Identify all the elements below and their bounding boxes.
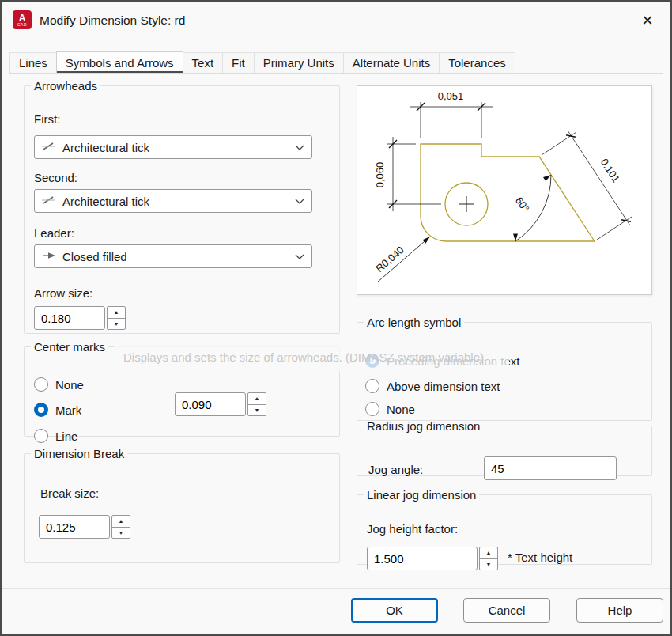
arrow-size-stepper [34,306,126,330]
cancel-button[interactable]: Cancel [463,598,550,623]
footer-separator [2,588,670,589]
architectural-tick-icon [42,141,56,154]
break-size-input[interactable] [39,515,110,539]
dim-label-angle: 60° [513,195,532,214]
spin-up-icon[interactable] [480,547,497,559]
spin-down-icon[interactable] [112,528,130,539]
titlebar[interactable]: A CAD Modify Dimension Style: rd ✕ [2,2,670,40]
radius-jog-legend: Radius jog dimension [364,419,483,433]
radio-circle-selected [365,354,379,368]
jog-height-factor-input[interactable] [367,547,478,570]
dim-label-diagonal: 0,101 [598,157,622,184]
text-height-note: * Text height [508,551,572,564]
dimension-break-legend: Dimension Break [31,447,127,460]
chevron-down-icon [295,145,304,150]
second-arrowhead-dropdown[interactable]: Architectural tick [34,189,312,213]
arc-length-symbol-group: Arc length symbol Preceding dimension te… [357,316,652,421]
first-arrowhead-dropdown[interactable]: Architectural tick [34,135,312,159]
radio-arc-preceding[interactable]: Preceding dimension text [365,354,519,368]
spin-up-icon[interactable] [248,393,266,405]
dimension-break-group: Dimension Break Break size: [24,447,340,563]
arrowheads-group: Arrowheads First: Architectural tick Sec… [24,79,340,334]
window-title: Modify Dimension Style: rd [40,2,185,40]
chevron-down-icon [295,254,304,259]
arrow-size-label: Arrow size: [34,286,92,300]
spin-down-icon[interactable] [108,319,125,330]
arrowheads-legend: Arrowheads [31,79,100,93]
jog-height-spin-buttons [479,547,498,570]
radio-arc-above[interactable]: Above dimension text [365,379,500,393]
leader-dropdown[interactable]: Closed filled [34,244,312,268]
tab-symbols-and-arrows[interactable]: Symbols and Arrows [56,51,183,73]
preview-drawing: 0,051 0,060 0,101 60° R0,040 [357,86,651,294]
tab-fit[interactable]: Fit [222,52,255,73]
tab-alternate-units[interactable]: Alternate Units [343,52,440,73]
dim-label-radius: R0,040 [373,244,406,274]
dimension-style-preview: 0,051 0,060 0,101 60° R0,040 [357,85,652,295]
tab-primary-units[interactable]: Primary Units [254,52,344,73]
radio-center-mark[interactable]: Mark [34,403,81,417]
leader-value: Closed filled [62,250,127,263]
radio-center-line[interactable]: Line [34,429,77,443]
second-arrowhead-value: Architectural tick [62,195,149,208]
center-mark-size-spin-buttons [247,392,266,416]
arrow-size-input[interactable] [34,306,105,330]
closed-filled-arrow-icon [42,250,56,263]
modify-dimension-style-dialog: A CAD Modify Dimension Style: rd ✕ Lines… [0,0,672,636]
chevron-down-icon [295,199,304,204]
tab-tolerances[interactable]: Tolerances [439,52,515,73]
second-arrowhead-label: Second: [34,171,77,184]
arc-length-symbol-legend: Arc length symbol [364,316,464,329]
autocad-app-icon: A CAD [13,10,32,29]
radio-arc-none-label: None [387,403,415,416]
radio-arc-preceding-label: Preceding dimension text [387,354,519,368]
dim-label-left: 0,060 [374,162,386,188]
linear-jog-dimension-group: Linear jog dimension Jog height factor: … [357,488,652,565]
spin-down-icon[interactable] [480,559,497,570]
radius-jog-dimension-group: Radius jog dimension Jog angle: [357,419,652,476]
help-button[interactable]: Help [576,598,663,623]
center-mark-size-stepper [175,392,266,416]
first-arrowhead-value: Architectural tick [62,141,149,154]
close-icon[interactable]: ✕ [637,10,658,31]
radio-circle [365,379,379,393]
center-mark-size-input[interactable] [175,392,246,416]
architectural-tick-icon [42,195,56,208]
jog-height-factor-stepper [367,547,498,570]
tabstrip: Lines Symbols and Arrows Text Fit Primar… [9,52,663,74]
radio-circle [365,402,379,416]
radio-arc-above-label: Above dimension text [387,380,500,393]
spin-up-icon[interactable] [108,307,125,319]
radio-circle [34,429,48,443]
radio-center-none-label: None [55,378,84,392]
spin-down-icon[interactable] [248,405,266,416]
radio-circle-selected [34,403,48,417]
tab-text[interactable]: Text [183,52,224,73]
radio-center-line-label: Line [55,430,77,443]
break-size-label: Break size: [40,486,99,500]
break-size-spin-buttons [111,515,130,539]
radio-circle [34,377,48,392]
radio-arc-none[interactable]: None [365,402,415,416]
radio-center-none[interactable]: None [34,377,84,392]
spin-up-icon[interactable] [112,516,130,528]
radio-center-mark-label: Mark [55,403,81,417]
center-marks-legend: Center marks [31,340,108,354]
jog-angle-input[interactable] [484,456,617,480]
tab-lines[interactable]: Lines [9,52,57,73]
jog-angle-label: Jog angle: [368,463,423,476]
arrow-size-spin-buttons [107,306,126,330]
leader-label: Leader: [34,226,74,240]
linear-jog-legend: Linear jog dimension [364,488,479,502]
center-marks-group: Center marks None Mark Line [24,340,340,437]
dim-label-top: 0,051 [438,90,464,102]
jog-height-factor-label: Jog height factor: [367,522,458,536]
break-size-stepper [39,515,130,539]
ok-button[interactable]: OK [351,598,438,623]
first-arrowhead-label: First: [34,112,60,126]
